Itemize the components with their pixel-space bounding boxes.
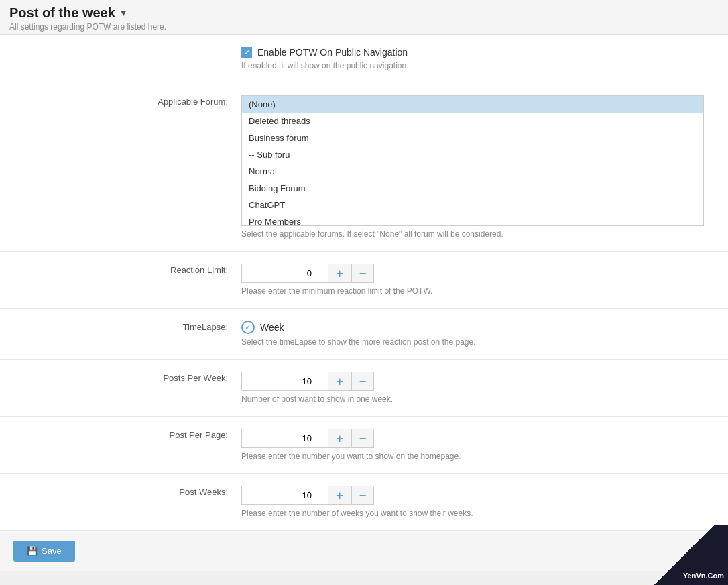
posts-per-week-label: Posts Per Week:	[13, 372, 241, 383]
footer-bar: 💾 Save	[0, 531, 728, 571]
post-weeks-row: Post Weeks: + − Please enter the number …	[0, 474, 728, 531]
reaction-limit-input[interactable]	[241, 264, 328, 283]
posts-per-week-hint: Number of post want to show in one week.	[241, 394, 715, 404]
post-weeks-plus-btn[interactable]: +	[328, 486, 351, 505]
post-per-page-plus-btn[interactable]: +	[328, 429, 351, 448]
reaction-limit-control: + −	[241, 264, 715, 283]
enable-potw-checkbox[interactable]: ✓	[241, 47, 252, 58]
post-weeks-content: + − Please enter the number of weeks you…	[241, 486, 715, 518]
reaction-limit-row: Reaction Limit: + − Please enter the min…	[0, 252, 728, 309]
timelapse-hint: Select the timeLapse to show the more re…	[241, 337, 715, 347]
posts-per-week-input[interactable]	[241, 372, 328, 391]
post-per-page-input[interactable]	[241, 429, 328, 448]
timelapse-value: Week	[260, 322, 284, 333]
post-weeks-input[interactable]	[241, 486, 328, 505]
reaction-limit-minus-btn[interactable]: −	[351, 264, 374, 283]
forum-option-normal[interactable]: Normal	[242, 163, 703, 180]
post-per-page-control: + −	[241, 429, 715, 448]
forum-option-pro[interactable]: Pro Members	[242, 213, 703, 226]
forum-option-subforu[interactable]: -- Sub foru	[242, 146, 703, 163]
timelapse-content: ✓ Week Select the timeLapse to show the …	[241, 321, 715, 347]
posts-per-week-minus-btn[interactable]: −	[351, 372, 374, 391]
post-per-page-row: Post Per Page: + − Please enter the numb…	[0, 417, 728, 474]
enable-potw-content: ✓ Enable POTW On Public Navigation If en…	[241, 47, 715, 70]
forum-option-bidding[interactable]: Bidding Forum	[242, 180, 703, 197]
content-area: ✓ Enable POTW On Public Navigation If en…	[0, 35, 728, 531]
applicable-forum-content: (None) Deleted threads Business forum --…	[241, 95, 715, 239]
enable-potw-text: Enable POTW On Public Navigation	[257, 47, 408, 58]
post-weeks-hint: Please enter the number of weeks you wan…	[241, 509, 715, 518]
timelapse-icon: ✓	[241, 321, 255, 334]
dropdown-arrow-icon[interactable]: ▼	[119, 8, 128, 18]
enable-potw-hint: If enabled, it will show on the public n…	[241, 61, 715, 70]
posts-per-week-content: + − Number of post want to show in one w…	[241, 372, 715, 404]
timelapse-label: TimeLapse:	[13, 321, 241, 332]
page-header: Post of the week ▼ All settings regardin…	[0, 0, 728, 35]
reaction-limit-plus-btn[interactable]: +	[328, 264, 351, 283]
page-subtitle: All settings regarding POTW are listed h…	[9, 22, 719, 32]
forum-option-business[interactable]: Business forum	[242, 129, 703, 146]
post-weeks-control: + −	[241, 486, 715, 505]
enable-potw-checkbox-label: ✓ Enable POTW On Public Navigation	[241, 47, 715, 58]
post-weeks-label: Post Weeks:	[13, 486, 241, 497]
posts-per-week-row: Posts Per Week: + − Number of post want …	[0, 360, 728, 417]
checkmark-icon: ✓	[244, 49, 249, 56]
forum-option-chatgpt[interactable]: ChatGPT	[242, 197, 703, 213]
post-per-page-hint: Please enter the number you want to show…	[241, 451, 715, 461]
post-per-page-content: + − Please enter the number you want to …	[241, 429, 715, 461]
applicable-forum-label: Applicable Forum:	[13, 95, 241, 107]
page-title: Post of the week ▼	[9, 5, 719, 21]
forum-select-list[interactable]: (None) Deleted threads Business forum --…	[241, 95, 704, 226]
reaction-limit-label: Reaction Limit:	[13, 264, 241, 275]
applicable-forum-row: Applicable Forum: (None) Deleted threads…	[0, 83, 728, 252]
enable-potw-row: ✓ Enable POTW On Public Navigation If en…	[0, 35, 728, 83]
timelapse-badge: ✓ Week	[241, 321, 715, 334]
save-label: Save	[42, 546, 62, 556]
posts-per-week-plus-btn[interactable]: +	[328, 372, 351, 391]
title-text: Post of the week	[9, 5, 115, 21]
forum-option-deleted[interactable]: Deleted threads	[242, 113, 703, 129]
post-per-page-label: Post Per Page:	[13, 429, 241, 440]
applicable-forum-hint: Select the applicable forums. If select …	[241, 229, 715, 239]
reaction-limit-content: + − Please enter the minimum reaction li…	[241, 264, 715, 296]
post-per-page-minus-btn[interactable]: −	[351, 429, 374, 448]
timelapse-row: TimeLapse: ✓ Week Select the timeLapse t…	[0, 309, 728, 360]
post-weeks-minus-btn[interactable]: −	[351, 486, 374, 505]
save-button[interactable]: 💾 Save	[13, 541, 75, 562]
save-icon: 💾	[27, 546, 38, 556]
reaction-limit-hint: Please enter the minimum reaction limit …	[241, 286, 715, 296]
posts-per-week-control: + −	[241, 372, 715, 391]
forum-option-none[interactable]: (None)	[242, 96, 703, 113]
settings-panel: ✓ Enable POTW On Public Navigation If en…	[0, 35, 728, 531]
